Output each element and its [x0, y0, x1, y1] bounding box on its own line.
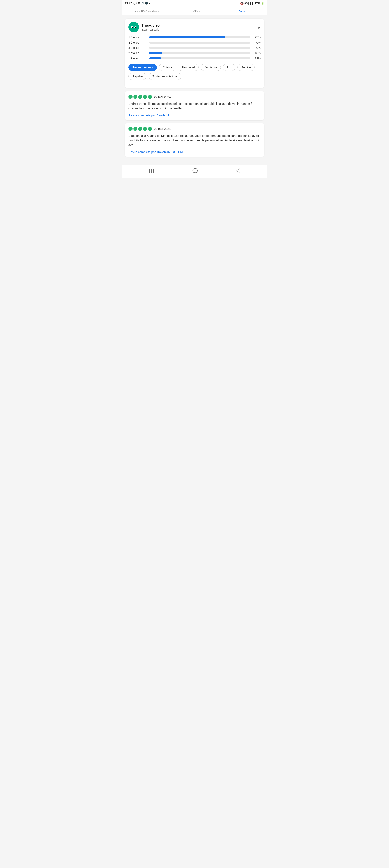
mute-icon: 🔇 — [240, 2, 243, 5]
chip-cuisine[interactable]: Cuisine — [159, 64, 176, 71]
chip-ambiance[interactable]: Ambiance — [201, 64, 221, 71]
review-header-2: 20 mai 2024 — [128, 127, 261, 131]
battery-pct: 77% — [255, 2, 260, 5]
bar-track-4 — [149, 41, 250, 43]
dot-r2-2 — [133, 127, 138, 131]
review-card-2: 20 mai 2024 Situé dans la Marina de Mand… — [125, 123, 264, 157]
provider-card: Tripadvisor 4,0/5 · 23 avis ∧ 5 étoiles … — [125, 19, 264, 88]
provider-info: Tripadvisor 4,0/5 · 23 avis — [128, 22, 161, 32]
chip-prix[interactable]: Prix — [223, 64, 235, 71]
bottom-menu-icon[interactable] — [149, 168, 154, 174]
dot-r2-3 — [138, 127, 142, 131]
dot-r2-1 — [128, 127, 132, 131]
bar-track-3 — [149, 47, 250, 49]
svg-rect-6 — [151, 169, 152, 173]
status-bar: 13:42 💬 🏷 🎵 🌑 • 🔇 5G ▌▌▌ 77% 🔋 — [122, 0, 267, 6]
dot-4 — [143, 95, 147, 99]
svg-rect-7 — [153, 169, 154, 173]
star-label-1: 1 étoile — [128, 57, 147, 60]
chip-rapidite[interactable]: Rapidité — [128, 73, 147, 80]
dot-5 — [148, 95, 152, 99]
review-header-1: 27 mai 2024 — [128, 95, 261, 99]
review-date-1: 27 mai 2024 — [154, 95, 171, 99]
review-link-2[interactable]: Revue complète par Travel41615388061 — [128, 150, 261, 154]
battery-icon: 🔋 — [261, 2, 264, 5]
review-stars-1 — [128, 95, 152, 99]
dot-2 — [133, 95, 138, 99]
chip-personnel[interactable]: Personnel — [178, 64, 199, 71]
tab-photos[interactable]: PHOTOS — [171, 6, 218, 15]
svg-point-4 — [135, 27, 136, 28]
svg-point-8 — [193, 168, 197, 173]
svg-point-0 — [130, 24, 138, 31]
dot-1 — [128, 95, 132, 99]
provider-rating-text: 4,0/5 · 23 avis — [142, 28, 161, 31]
dot-indicator: • — [149, 2, 150, 5]
svg-rect-5 — [149, 169, 150, 173]
star-label-5: 5 étoiles — [128, 36, 147, 39]
star-label-3: 3 étoiles — [128, 46, 147, 50]
chip-toutes-notations[interactable]: Toutes les notations — [149, 73, 181, 80]
dot-r2-4 — [143, 127, 147, 131]
bar-pct-5: 75% — [253, 36, 261, 39]
bar-fill-2 — [149, 52, 162, 54]
app-icon-1: 🏷 — [138, 2, 140, 5]
bottom-home-icon[interactable] — [192, 168, 198, 175]
provider-name: Tripadvisor — [142, 23, 161, 28]
star-row-1: 1 étoile 12% — [128, 57, 261, 60]
star-label-2: 2 étoiles — [128, 52, 147, 55]
star-row-4: 4 étoiles 0% — [128, 41, 261, 44]
star-label-4: 4 étoiles — [128, 41, 147, 44]
review-card-1: 27 mai 2024 Endroit tranquille repas exc… — [125, 91, 264, 120]
bar-fill-5 — [149, 36, 225, 38]
main-content: Tripadvisor 4,0/5 · 23 avis ∧ 5 étoiles … — [122, 16, 267, 163]
bar-pct-2: 13% — [253, 52, 261, 55]
provider-text: Tripadvisor 4,0/5 · 23 avis — [142, 23, 161, 31]
bar-track-1 — [149, 57, 250, 59]
tab-vue-ensemble[interactable]: VUE D'ENSEMBLE — [123, 6, 171, 15]
status-right-area: 🔇 5G ▌▌▌ 77% 🔋 — [240, 2, 264, 5]
nav-tabs: VUE D'ENSEMBLE PHOTOS AVIS — [122, 6, 267, 16]
bar-track-2 — [149, 52, 250, 54]
time-display: 13:42 — [125, 2, 132, 5]
bar-track-5 — [149, 36, 250, 38]
collapse-chevron[interactable]: ∧ — [258, 25, 261, 30]
star-row-3: 3 étoiles 0% — [128, 46, 261, 50]
bottom-back-icon[interactable] — [236, 168, 240, 175]
star-row-5: 5 étoiles 75% — [128, 36, 261, 39]
tripadvisor-logo — [128, 22, 139, 32]
bar-pct-4: 0% — [253, 41, 261, 44]
chip-recent-reviews[interactable]: Recent reviews — [128, 64, 157, 71]
bottom-nav — [122, 165, 267, 178]
review-date-2: 20 mai 2024 — [154, 127, 171, 130]
signal-icon: ▌▌▌ — [248, 2, 254, 5]
star-row-2: 2 étoiles 13% — [128, 52, 261, 55]
tab-avis[interactable]: AVIS — [218, 6, 266, 15]
bar-fill-1 — [149, 57, 161, 59]
provider-header: Tripadvisor 4,0/5 · 23 avis ∧ — [128, 22, 261, 32]
filter-chips: Recent reviews Cuisine Personnel Ambianc… — [128, 64, 261, 80]
bar-pct-1: 12% — [253, 57, 261, 60]
bar-pct-3: 0% — [253, 46, 261, 50]
message-icon: 💬 — [133, 2, 137, 5]
app-icon-2: 🎵 — [141, 2, 144, 5]
dot-r2-5 — [148, 127, 152, 131]
status-icons: 💬 🏷 🎵 🌑 • — [133, 2, 150, 5]
network-label: 5G — [244, 2, 247, 5]
review-text-2: Situé dans la Marina de Mandelieu,se res… — [128, 133, 261, 148]
chip-service[interactable]: Service — [237, 64, 255, 71]
status-time: 13:42 💬 🏷 🎵 🌑 • — [125, 2, 150, 5]
star-bars: 5 étoiles 75% 4 étoiles 0% 3 étoiles — [128, 36, 261, 60]
svg-point-3 — [132, 27, 133, 28]
review-stars-2 — [128, 127, 152, 131]
dot-3 — [138, 95, 142, 99]
app-icon-3: 🌑 — [145, 2, 148, 5]
review-link-1[interactable]: Revue complète par Carole M — [128, 114, 261, 117]
review-text-1: Endroit tranquille repas excellent prix … — [128, 101, 261, 111]
